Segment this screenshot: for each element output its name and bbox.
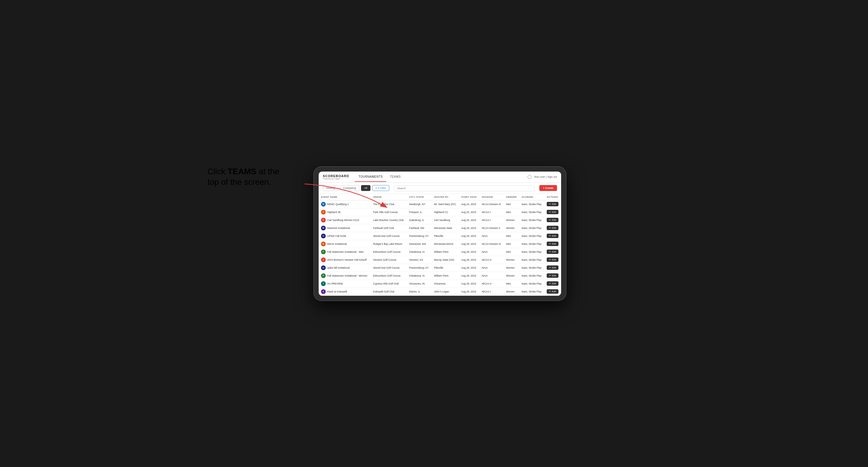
edit-icon: ✏ (549, 290, 551, 293)
cell-gender: Women (504, 216, 519, 224)
cell-actions: ✏ Edit (544, 272, 561, 280)
cell-actions: ✏ Edit (544, 256, 561, 264)
cell-division: NCAA Division III (479, 240, 503, 248)
cell-event-name: K Klash at Kokopelli (319, 287, 371, 295)
cell-scoring: team, Stroke Play (519, 248, 544, 256)
event-name-text: Fall Statesmen Invitational - Women (327, 274, 367, 277)
toolbar: Hosting Competing All ≡ ≡ Filter + Creat… (319, 183, 561, 194)
cell-actions: ✏ Edit (544, 224, 561, 232)
cell-event-name: U UPIKE Fall Invite (319, 232, 371, 240)
cell-city-state: Prestonsburg, KY (407, 264, 432, 272)
team-logo: M (321, 202, 326, 207)
cell-venue: The Powelton Club (371, 200, 407, 208)
cell-city-state: Oskaloosa, IA (407, 248, 432, 256)
cell-division: NICAA I (479, 287, 503, 295)
cell-hosted-by: Minnesota-Morris (432, 240, 459, 248)
edit-icon: ✏ (549, 219, 551, 221)
gear-icon[interactable] (528, 175, 532, 179)
filter-icon: ≡ (375, 187, 377, 189)
edit-button[interactable]: ✏ Edit (547, 281, 558, 286)
hosting-button[interactable]: Hosting (323, 185, 338, 191)
edit-button[interactable]: ✏ Edit (547, 266, 558, 270)
edit-label: Edit (552, 211, 556, 213)
edit-button[interactable]: ✏ Edit (547, 257, 558, 262)
cell-hosted-by: Highland CC (432, 208, 459, 216)
event-name-text: Fall Statesmen Invitational - Men (327, 250, 364, 253)
tab-tournaments[interactable]: TOURNAMENTS (355, 172, 386, 182)
cell-hosted-by: William Penn (432, 272, 459, 280)
edit-button[interactable]: ✏ Edit (547, 226, 558, 230)
team-logo: H (321, 210, 326, 215)
edit-label: Edit (552, 226, 556, 229)
col-hosted-by: HOSTED BY (432, 194, 459, 200)
cell-gender: Women (504, 264, 519, 272)
edit-icon: ✏ (549, 282, 551, 285)
edit-button[interactable]: ✏ Edit (547, 234, 558, 238)
cell-scoring: team, Stroke Play (519, 280, 544, 287)
event-name-text: Morris Invitational (327, 243, 347, 245)
cell-actions: ✏ Edit (544, 287, 561, 295)
cell-actions: ✏ Edit (544, 232, 561, 240)
search-input[interactable] (394, 185, 535, 191)
col-division: DIVISION (479, 194, 503, 200)
cell-event-name: C Carl Sandburg Women FA23 (319, 216, 371, 224)
edit-button[interactable]: ✏ Edit (547, 218, 558, 222)
table-row: C Carl Sandburg Women FA23 Lake Bracken … (319, 216, 561, 224)
edit-button[interactable]: ✏ Edit (547, 210, 558, 214)
table-row: M Morris Invitational Ruttger's Bay Lake… (319, 240, 561, 248)
edit-icon: ✏ (549, 235, 551, 237)
nav-tabs: TOURNAMENTS TEAMS (355, 172, 527, 182)
table-header: EVENT NAME VENUE CITY, STATE HOSTED BY S… (319, 194, 561, 200)
edit-label: Edit (552, 258, 556, 261)
cell-venue: Kokopelli Golf Club (371, 287, 407, 295)
instruction-line1: Click TEAMS at thetop of the screen. (208, 167, 279, 187)
logo-subtitle: Powered by Clippit (323, 178, 349, 180)
all-button[interactable]: All (361, 185, 370, 191)
table-row: M MSMC Qualifying 1 The Powelton Club Ne… (319, 200, 561, 208)
cell-scoring: team, Stroke Play (519, 200, 544, 208)
cell-division: NAIA (479, 248, 503, 256)
cell-scoring: team, Stroke Play (519, 264, 544, 272)
nav-right: Test User | Sign out (528, 175, 557, 179)
cell-hosted-by: Pikeville (432, 232, 459, 240)
cell-gender: Women (504, 256, 519, 264)
cell-gender: Women (504, 224, 519, 232)
cell-division: NCAA Division III (479, 200, 503, 208)
cell-venue: Cypress Hills Golf Club (371, 280, 407, 287)
team-logo: C (321, 218, 326, 222)
table-row: V VU PREVIEW Cypress Hills Golf Club Vin… (319, 280, 561, 287)
cell-hosted-by: John A Logan (432, 287, 459, 295)
cell-event-name: M MSMC Qualifying 1 (319, 200, 371, 208)
cell-venue: Edmundson Golf Course (371, 272, 407, 280)
edit-label: Edit (552, 219, 556, 221)
cell-city-state: Prestonsburg, KY (407, 232, 432, 240)
cell-start-date: Aug 28, 2023 (459, 256, 479, 264)
cell-city-state: Vincennes, IN (407, 280, 432, 287)
edit-icon: ✏ (549, 203, 551, 206)
event-name-text: MSMC Qualifying 1 (327, 203, 349, 206)
edit-label: Edit (552, 250, 556, 253)
edit-button[interactable]: ✏ Edit (547, 202, 558, 206)
edit-icon: ✏ (549, 274, 551, 277)
cell-venue: Park Hills Golf Course (371, 208, 407, 216)
cell-actions: ✏ Edit (544, 248, 561, 256)
edit-button[interactable]: ✏ Edit (547, 289, 558, 294)
cell-scoring: team, Stroke Play (519, 287, 544, 295)
cell-division: NAIA (479, 232, 503, 240)
team-logo: K (321, 289, 326, 294)
cell-city-state: Hesston, KS (407, 256, 432, 264)
edit-button[interactable]: ✏ Edit (547, 250, 558, 254)
cell-start-date: Aug 25, 2023 (459, 208, 479, 216)
cell-gender: Women (504, 272, 519, 280)
cell-gender: Women (504, 287, 519, 295)
edit-button[interactable]: ✏ Edit (547, 273, 558, 278)
cell-scoring: team, Stroke Play (519, 216, 544, 224)
edit-button[interactable]: ✏ Edit (547, 242, 558, 246)
event-name-text: VU PREVIEW (327, 282, 343, 285)
tab-teams[interactable]: TEAMS (386, 172, 404, 182)
create-button[interactable]: + Create (539, 185, 557, 191)
competing-button[interactable]: Competing (340, 185, 360, 191)
cell-city-state: Faribault, MN (407, 224, 432, 232)
filter-button[interactable]: ≡ ≡ Filter (372, 185, 389, 191)
cell-venue: Edmundson Golf Course (371, 248, 407, 256)
